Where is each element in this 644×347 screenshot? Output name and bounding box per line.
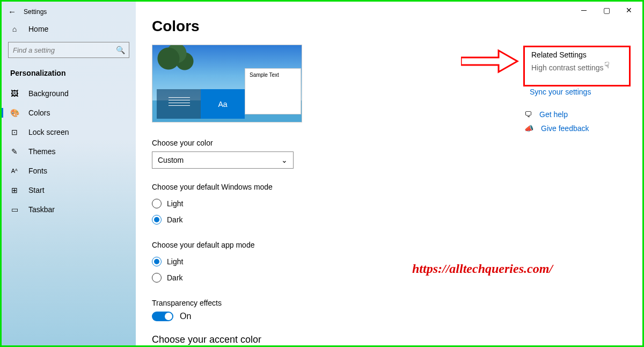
radio-icon <box>152 273 162 283</box>
search-input[interactable] <box>8 42 129 58</box>
sync-settings-link[interactable]: Sync your settings <box>530 88 631 96</box>
sidebar-item-label: Themes <box>28 147 56 156</box>
sidebar-item-colors[interactable]: 🎨 Colors <box>2 103 136 122</box>
windows-mode-label: Choose your default Windows mode <box>152 183 517 191</box>
color-preview: Aa Sample Text <box>152 45 302 122</box>
sidebar-item-label: Background <box>28 89 69 98</box>
related-column: Related Settings High contrast settings … <box>523 46 631 138</box>
sidebar-item-fonts[interactable]: Aᴬ Fonts <box>2 161 136 180</box>
windows-mode-group: Light Dark <box>152 196 517 228</box>
image-icon: 🖼 <box>10 89 19 98</box>
transparency-toggle[interactable] <box>152 312 173 321</box>
get-help-link[interactable]: Get help <box>539 110 568 119</box>
related-title: Related Settings <box>531 50 623 59</box>
windows-mode-dark[interactable]: Dark <box>152 212 517 228</box>
sidebar-home[interactable]: ⌂ Home <box>2 19 136 39</box>
radio-icon <box>152 199 162 208</box>
sidebar-item-label: Colors <box>28 109 50 117</box>
font-icon: Aᴬ <box>10 167 19 175</box>
radio-label: Dark <box>167 215 183 224</box>
transparency-label: Transparency effects <box>152 299 517 307</box>
help-icon: 🗨 <box>524 110 532 119</box>
radio-label: Light <box>167 257 183 266</box>
sidebar-item-lockscreen[interactable]: ⊡ Lock screen <box>2 122 136 142</box>
cursor-icon: ☟ <box>604 60 610 70</box>
dropdown-value: Custom <box>158 156 184 164</box>
sidebar-item-label: Fonts <box>28 167 47 175</box>
radio-label: Dark <box>167 273 183 282</box>
annotation-box: Related Settings High contrast settings … <box>523 46 631 86</box>
sidebar-item-label: Lock screen <box>28 128 69 136</box>
taskbar-icon: ▭ <box>10 205 19 214</box>
chevron-down-icon: ⌄ <box>281 156 288 164</box>
palette-icon: 🎨 <box>10 109 19 117</box>
home-label: Home <box>28 25 48 33</box>
app-title: Settings <box>24 8 47 16</box>
preview-window: Sample Text <box>245 68 301 114</box>
home-icon: ⌂ <box>10 25 19 33</box>
radio-label: Light <box>167 199 183 208</box>
sidebar: ← Settings ⌂ Home 🔍 Personalization 🖼 Ba… <box>2 2 136 345</box>
grid-icon: ⊞ <box>10 186 19 194</box>
search-icon: 🔍 <box>116 46 125 54</box>
page-title: Colors <box>152 18 517 35</box>
edit-icon: ✎ <box>10 147 19 156</box>
lock-icon: ⊡ <box>10 128 19 136</box>
main-content: Colors Aa Sample Text Choose your color … <box>136 2 642 345</box>
annotation-arrow <box>461 48 520 75</box>
back-button[interactable]: ← <box>8 7 16 16</box>
feedback-link[interactable]: Give feedback <box>541 124 589 133</box>
radio-icon <box>152 257 162 266</box>
feedback-icon: 📣 <box>524 124 533 133</box>
windows-mode-light[interactable]: Light <box>152 196 517 212</box>
watermark-text: https://alltechqueries.com/ <box>412 262 553 276</box>
toggle-state: On <box>180 312 191 321</box>
sidebar-item-taskbar[interactable]: ▭ Taskbar <box>2 200 136 219</box>
preview-tile: Aa <box>201 89 245 119</box>
sidebar-item-background[interactable]: 🖼 Background <box>2 84 136 103</box>
color-dropdown[interactable]: Custom ⌄ <box>152 151 294 169</box>
sidebar-item-start[interactable]: ⊞ Start <box>2 180 136 200</box>
radio-icon <box>152 215 162 225</box>
sidebar-section-label: Personalization <box>2 63 136 84</box>
sidebar-item-label: Start <box>28 186 45 194</box>
accent-header: Choose your accent color <box>152 334 517 345</box>
sidebar-item-label: Taskbar <box>28 205 55 214</box>
choose-color-label: Choose your color <box>152 139 517 147</box>
sidebar-item-themes[interactable]: ✎ Themes <box>2 142 136 161</box>
app-mode-label: Choose your default app mode <box>152 241 517 249</box>
